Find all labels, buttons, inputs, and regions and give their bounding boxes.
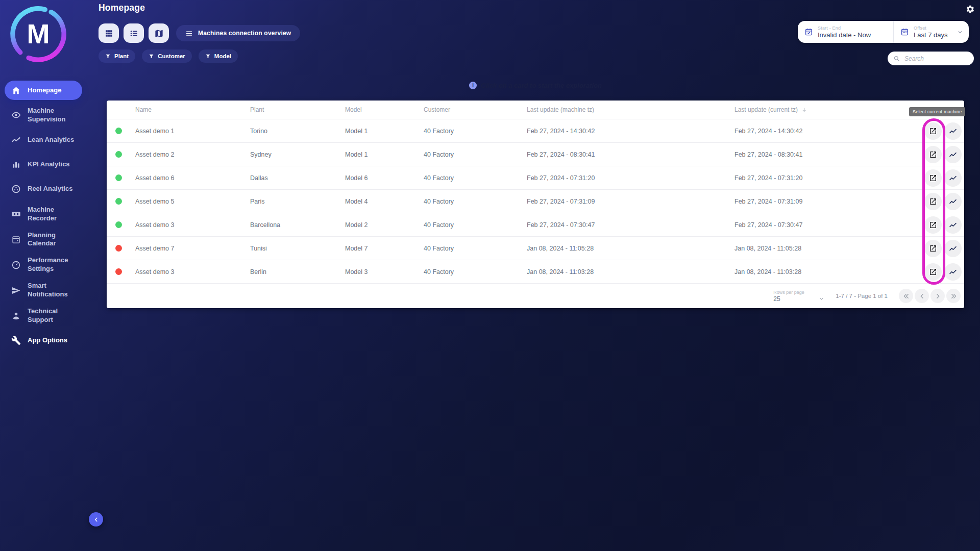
open-in-new-icon (929, 221, 937, 229)
sidebar-collapse-button[interactable] (89, 512, 103, 527)
start-end-label: Start - End (818, 26, 871, 31)
status-dot (115, 151, 122, 158)
table-row-asset-demo-1[interactable]: Asset demo 1 Torino Model 1 40 Factory F… (107, 119, 964, 142)
sidebar-item-machine-supervision[interactable]: Machine Supervision (5, 105, 82, 126)
trending-icon (949, 244, 957, 253)
filter-icon (105, 54, 111, 59)
pager (899, 289, 961, 303)
cell-last-update-machine: Feb 27, 2024 - 07:30:47 (527, 221, 734, 229)
trending-icon (949, 127, 957, 135)
sidebar-item-machine-recorder[interactable]: Machine Recorder (5, 204, 82, 224)
first-page-button[interactable] (899, 289, 913, 303)
select-machine-button[interactable] (924, 240, 942, 257)
start-end-value: Invalid date - Now (818, 31, 871, 39)
column-header-last-update-current[interactable]: Last update (current tz) (734, 106, 919, 113)
filter-chip-model[interactable]: Model (199, 49, 238, 63)
machine-trend-button[interactable] (944, 240, 962, 257)
last-page-button[interactable] (946, 289, 961, 303)
info-icon: i (469, 82, 477, 89)
open-in-new-icon (929, 197, 937, 206)
select-machine-button[interactable] (924, 216, 942, 234)
select-machine-button[interactable] (924, 263, 942, 281)
search-input[interactable] (903, 55, 968, 63)
cell-plant: Sydney (250, 151, 345, 158)
machine-trend-button[interactable] (944, 263, 962, 281)
filter-chip-label: Plant (114, 53, 129, 59)
sidebar-item-reel-analytics[interactable]: Reel Analytics (5, 180, 82, 199)
page-title: Homepage (99, 3, 145, 13)
select-machine-button[interactable] (924, 169, 942, 187)
machine-trend-button[interactable] (944, 193, 962, 210)
cell-last-update-machine: Feb 27, 2024 - 14:30:42 (527, 128, 734, 135)
column-header-plant[interactable]: Plant (250, 106, 345, 113)
next-page-button[interactable] (930, 289, 945, 303)
cell-plant: Torino (250, 128, 345, 135)
sidebar-item-label: Performance Settings (28, 256, 79, 273)
trending-icon (949, 151, 957, 159)
view-button-grid[interactable] (99, 23, 119, 43)
select-machine-button[interactable] (924, 122, 942, 140)
filter-chip-customer[interactable]: Customer (142, 49, 192, 63)
table-row-asset-demo-5[interactable]: Asset demo 5 Paris Model 4 40 Factory Fe… (107, 189, 964, 213)
chevron-right-icon (934, 292, 942, 300)
sidebar-item-homepage[interactable]: Homepage (5, 81, 82, 100)
cell-model: Model 2 (345, 221, 424, 229)
offset-select[interactable]: Offset Last 7 days (893, 21, 969, 43)
open-in-new-icon (929, 268, 937, 276)
column-header-name[interactable]: Name (135, 106, 250, 113)
sidebar-item-planning-calendar[interactable]: Planning Calendar (5, 230, 82, 250)
column-header-model[interactable]: Model (345, 106, 424, 113)
column-header-last-update-machine[interactable]: Last update (machine tz) (527, 106, 734, 113)
table-row-asset-demo-2[interactable]: Asset demo 2 Sydney Model 1 40 Factory F… (107, 142, 964, 166)
machines-connection-overview-button[interactable]: Machines connection overview (176, 25, 300, 41)
status-dot (115, 221, 122, 228)
sidebar-item-technical-support[interactable]: Technical Support (5, 306, 82, 326)
filter-chip-plant[interactable]: Plant (99, 49, 135, 63)
sidebar-item-smart-notifications[interactable]: Smart Notifications (5, 280, 82, 300)
trending-icon (949, 174, 957, 182)
cell-last-update-machine: Feb 27, 2024 - 07:31:20 (527, 174, 734, 182)
rows-per-page-select[interactable]: Rows per page 25 (773, 290, 824, 303)
sidebar: M Homepage Machine Supervision Lean Anal… (0, 0, 87, 551)
sidebar-item-label: Homepage (28, 86, 61, 95)
open-in-new-icon (929, 151, 937, 159)
cell-last-update-machine: Jan 08, 2024 - 11:05:28 (527, 245, 734, 252)
gear-icon (966, 5, 975, 14)
cell-last-update-machine: Feb 27, 2024 - 07:31:09 (527, 198, 734, 205)
sidebar-item-kpi-analytics[interactable]: KPI Analytics (5, 155, 82, 174)
cell-plant: Berlin (250, 268, 345, 276)
arrow-down-icon (801, 107, 807, 113)
sidebar-item-label: Smart Notifications (28, 282, 79, 299)
filter-bar: Plant Customer Model (99, 49, 238, 63)
date-range-start-end[interactable]: Start - End Invalid date - Now (798, 21, 893, 43)
machine-trend-button[interactable] (944, 146, 962, 163)
table-row-asset-demo-3[interactable]: Asset demo 3 Barcellona Model 2 40 Facto… (107, 213, 964, 236)
filter-chip-label: Model (214, 53, 231, 59)
view-button-list[interactable] (124, 23, 144, 43)
recorder-icon (11, 209, 21, 219)
table-row-asset-demo-7[interactable]: Asset demo 7 Tunisi Model 7 40 Factory J… (107, 236, 964, 260)
trending-icon (949, 268, 957, 276)
table-row-asset-demo-3[interactable]: Asset demo 3 Berlin Model 3 40 Factory J… (107, 260, 964, 283)
filter-icon (205, 54, 211, 59)
cell-name: Asset demo 2 (135, 151, 250, 158)
rows-per-page-label: Rows per page (773, 290, 824, 295)
sidebar-item-app-options[interactable]: App Options (5, 331, 82, 350)
sidebar-item-performance-settings[interactable]: Performance Settings (5, 255, 82, 275)
table-body: Asset demo 1 Torino Model 1 40 Factory F… (107, 119, 964, 283)
select-machine-button[interactable] (924, 146, 942, 163)
settings-button[interactable] (966, 5, 975, 14)
sidebar-item-lean-analytics[interactable]: Lean Analytics (5, 131, 82, 150)
machine-trend-button[interactable] (944, 169, 962, 187)
machine-trend-button[interactable] (944, 216, 962, 234)
prev-page-button[interactable] (915, 289, 929, 303)
view-button-map[interactable] (149, 23, 169, 43)
sidebar-item-label: Planning Calendar (28, 231, 79, 248)
column-header-customer[interactable]: Customer (424, 106, 527, 113)
select-machine-button[interactable] (924, 193, 942, 210)
machine-trend-button[interactable] (944, 122, 962, 140)
table-row-asset-demo-6[interactable]: Asset demo 6 Dallas Model 6 40 Factory F… (107, 166, 964, 189)
table-footer: Rows per page 25 1-7 / 7 - Page 1 of 1 (107, 283, 964, 308)
offset-value: Last 7 days (914, 31, 948, 39)
sidebar-item-label: Machine Recorder (28, 206, 79, 223)
